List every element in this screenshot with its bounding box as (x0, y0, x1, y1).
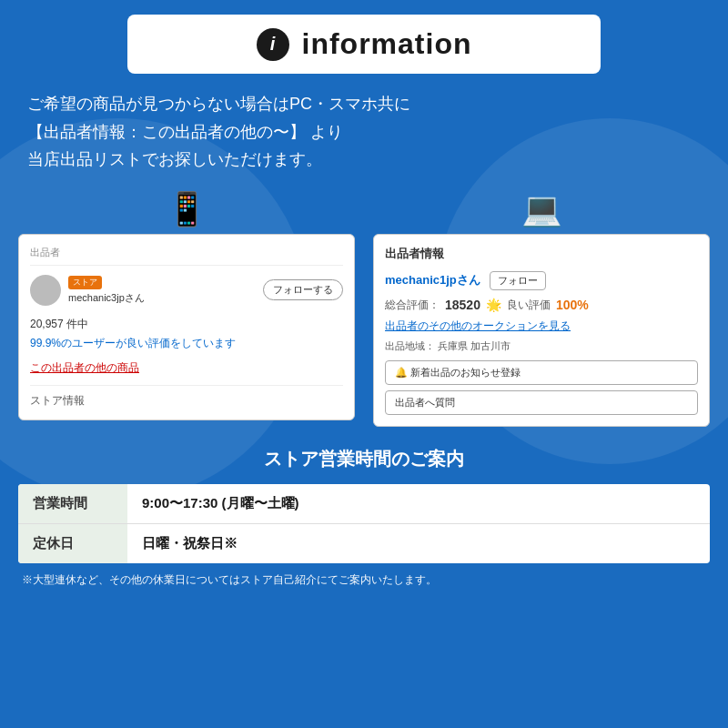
seller-label-mobile: 出品者 (30, 246, 343, 266)
pc-screenshot-wrapper: 💻 出品者情報 mechanic1jpさん フォロー 総合評価： 18520 🌟… (373, 190, 710, 427)
hours-label-business: 営業時間 (18, 484, 127, 523)
pc-rating-label: 総合評価： (385, 298, 440, 313)
pc-question-button[interactable]: 出品者へ質問 (385, 390, 698, 415)
rating-count-mobile: 20,957 件中 (30, 317, 343, 332)
seller-name-mobile: mechanic3jpさん (68, 291, 145, 305)
store-info-label-mobile: ストア情報 (30, 385, 343, 409)
pc-screenshot: 出品者情報 mechanic1jpさん フォロー 総合評価： 18520 🌟 良… (373, 234, 710, 427)
store-hours-title: ストア営業時間のご案内 (18, 447, 710, 471)
pc-good-pct: 100% (556, 298, 589, 312)
other-items-link-mobile[interactable]: この出品者の他の商品 (30, 360, 343, 376)
rating-text-mobile: 99.9%のユーザーが良い評価をしています (30, 336, 343, 351)
footer-note: ※大型連休など、その他の休業日についてはストア自己紹介にてご案内いたします。 (18, 572, 710, 588)
hours-value-holiday: 日曜・祝祭日※ (127, 524, 252, 563)
info-title: information (302, 27, 472, 61)
description-line3: 当店出品リストでお探しいただけます。 (27, 146, 701, 174)
smartphone-icon: 📱 (167, 190, 207, 228)
hours-table: 営業時間 9:00〜17:30 (月曜〜土曜) 定休日 日曜・祝祭日※ (18, 484, 710, 563)
info-icon: i (257, 28, 289, 61)
screenshots-row: 📱 出品者 ストア mechanic3jpさん フォローする 20,957 件中… (18, 190, 710, 427)
hours-row-holiday: 定休日 日曜・祝祭日※ (18, 524, 710, 563)
description-line2: 【出品者情報：この出品者の他の〜】 より (27, 118, 701, 147)
pc-section-title: 出品者情報 (385, 246, 698, 262)
computer-icon: 💻 (521, 190, 562, 228)
store-badge: ストア (68, 276, 102, 289)
hours-label-holiday: 定休日 (18, 524, 127, 563)
pc-rating-count: 18520 (445, 298, 480, 312)
follow-button-mobile[interactable]: フォローする (263, 279, 343, 300)
description-block: ご希望の商品が見つからない場合はPC・スマホ共に 【出品者情報：この出品者の他の… (18, 90, 710, 174)
avatar-mobile (30, 275, 61, 306)
info-header-box: i information (127, 15, 601, 74)
pc-follow-button[interactable]: フォロー (490, 271, 546, 290)
mobile-screenshot: 出品者 ストア mechanic3jpさん フォローする 20,957 件中 9… (18, 234, 355, 420)
hours-row-business: 営業時間 9:00〜17:30 (月曜〜土曜) (18, 484, 710, 524)
pc-notify-button[interactable]: 🔔 新着出品のお知らせ登録 (385, 360, 698, 385)
description-line1: ご希望の商品が見つからない場合はPC・スマホ共に (27, 90, 701, 118)
pc-seller-name: mechanic1jpさん (385, 272, 480, 288)
pc-good-rating-label: 良い評価 (507, 298, 551, 313)
pc-location: 出品地域： 兵庫県 加古川市 (385, 339, 698, 353)
mobile-screenshot-wrapper: 📱 出品者 ストア mechanic3jpさん フォローする 20,957 件中… (18, 190, 355, 427)
hours-value-business: 9:00〜17:30 (月曜〜土曜) (127, 484, 314, 523)
pc-auction-link[interactable]: 出品者のその他のオークションを見る (385, 318, 698, 334)
